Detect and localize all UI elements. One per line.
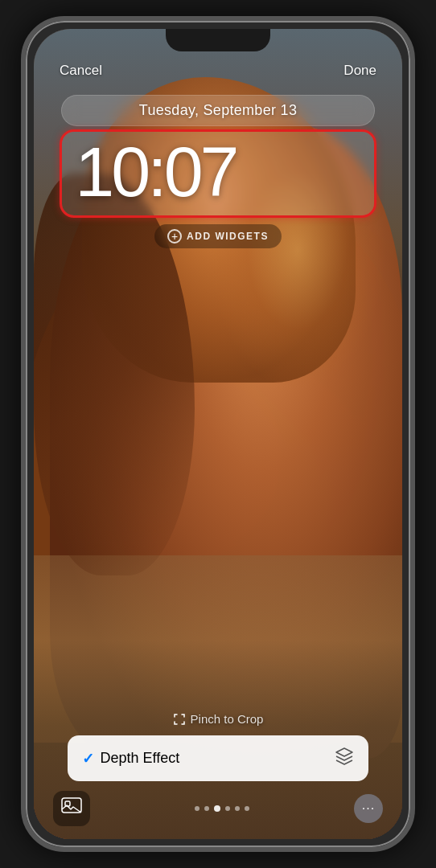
page-dots bbox=[195, 805, 249, 812]
gallery-icon bbox=[61, 799, 82, 819]
date-pill[interactable]: Tuesday, September 13 bbox=[61, 95, 374, 126]
time-container: 10:07 bbox=[61, 131, 374, 216]
widgets-plus-icon: + bbox=[167, 229, 182, 244]
add-widgets-button[interactable]: + ADD WIDGETS bbox=[154, 224, 282, 248]
crop-icon bbox=[173, 713, 186, 726]
depth-effect-left: ✓ Depth Effect bbox=[82, 750, 180, 768]
dot-1 bbox=[195, 806, 199, 811]
depth-effect-button[interactable]: ✓ Depth Effect bbox=[68, 735, 369, 781]
bottom-panel: ✓ Depth Effect bbox=[34, 735, 402, 839]
depth-check-icon: ✓ bbox=[82, 750, 94, 768]
gallery-button[interactable] bbox=[53, 791, 90, 826]
widgets-label: ADD WIDGETS bbox=[187, 231, 269, 242]
more-options-button[interactable]: ··· bbox=[354, 794, 383, 823]
time-display[interactable]: 10:07 bbox=[61, 131, 374, 216]
time-text: 10:07 bbox=[75, 132, 236, 211]
dot-5 bbox=[235, 806, 240, 811]
dot-4 bbox=[225, 806, 230, 811]
date-text: Tuesday, September 13 bbox=[139, 102, 297, 118]
layers-icon bbox=[335, 747, 354, 770]
depth-effect-label: Depth Effect bbox=[101, 750, 180, 767]
dot-2 bbox=[204, 806, 209, 811]
date-container: Tuesday, September 13 bbox=[61, 95, 374, 126]
dot-3-active bbox=[214, 805, 220, 812]
volume-up-button bbox=[21, 214, 23, 266]
bottom-row: ··· bbox=[47, 791, 389, 826]
mute-button bbox=[21, 166, 23, 198]
ui-layer: Cancel Done Tuesday, September 13 10:07 bbox=[34, 29, 402, 839]
power-button bbox=[413, 198, 415, 262]
volume-down-button bbox=[21, 278, 23, 330]
pinch-to-crop-label: Pinch to Crop bbox=[173, 712, 264, 726]
phone-screen: Cancel Done Tuesday, September 13 10:07 bbox=[34, 29, 402, 839]
dot-6 bbox=[245, 806, 249, 811]
cancel-button[interactable]: Cancel bbox=[53, 59, 109, 82]
done-button[interactable]: Done bbox=[337, 59, 383, 82]
more-dots-icon: ··· bbox=[362, 801, 375, 816]
notch bbox=[166, 29, 270, 51]
phone-frame: Cancel Done Tuesday, September 13 10:07 bbox=[21, 16, 415, 852]
